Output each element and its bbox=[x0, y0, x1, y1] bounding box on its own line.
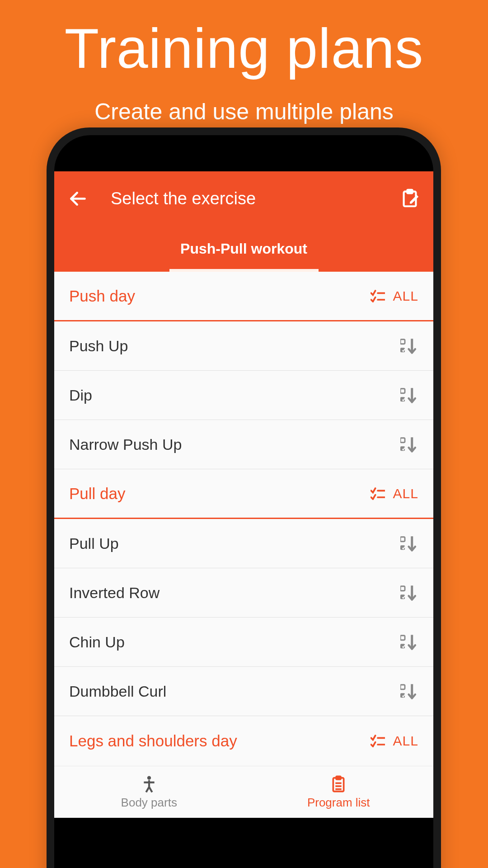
section-title: Pull day bbox=[69, 485, 126, 503]
exercise-row[interactable]: Chin Up bbox=[54, 618, 433, 667]
exercise-name: Inverted Row bbox=[69, 584, 160, 602]
workout-tab-active[interactable]: Push-Pull workout bbox=[180, 241, 307, 257]
reorder-icon[interactable] bbox=[400, 634, 418, 650]
exercise-name: Dumbbell Curl bbox=[69, 683, 166, 700]
clipboard-edit-icon bbox=[399, 188, 420, 209]
section-title: Legs and shoulders day bbox=[69, 732, 237, 750]
promo-subtitle: Create and use multiple plans bbox=[0, 99, 488, 125]
nav-label: Program list bbox=[307, 796, 370, 810]
reorder-icon[interactable] bbox=[400, 535, 418, 552]
phone-frame: Select the exercise Push-Pull workout bbox=[47, 127, 441, 868]
all-button[interactable]: ALL bbox=[393, 288, 418, 304]
promo-title: Training plans bbox=[0, 0, 488, 80]
section-actions: ALL bbox=[371, 288, 418, 304]
arrow-left-icon bbox=[68, 189, 88, 209]
tab-underline bbox=[169, 269, 319, 272]
bottom-nav: Body parts Program list bbox=[54, 766, 433, 818]
all-button[interactable]: ALL bbox=[393, 733, 418, 749]
exercise-name: Narrow Push Up bbox=[69, 436, 182, 453]
section-header-push[interactable]: Push day ALL bbox=[54, 272, 433, 321]
nav-body-parts[interactable]: Body parts bbox=[54, 766, 244, 818]
body-icon bbox=[140, 775, 158, 793]
clipboard-list-icon bbox=[329, 775, 347, 793]
svg-rect-22 bbox=[400, 636, 405, 640]
svg-rect-2 bbox=[407, 190, 413, 193]
exercise-name: Pull Up bbox=[69, 535, 119, 552]
svg-rect-36 bbox=[336, 776, 341, 779]
section-header-pull[interactable]: Pull day ALL bbox=[54, 469, 433, 519]
app-bar: Select the exercise bbox=[54, 171, 433, 226]
back-button[interactable] bbox=[66, 186, 90, 211]
section-actions: ALL bbox=[371, 733, 418, 749]
exercise-row[interactable]: Dip bbox=[54, 371, 433, 420]
exercise-row[interactable]: Narrow Push Up bbox=[54, 420, 433, 469]
svg-line-34 bbox=[149, 787, 152, 792]
exercise-row[interactable]: Pull Up bbox=[54, 519, 433, 568]
exercise-name: Chin Up bbox=[69, 633, 125, 651]
reorder-icon[interactable] bbox=[400, 387, 418, 403]
exercise-row[interactable]: Push Up bbox=[54, 321, 433, 371]
svg-rect-5 bbox=[400, 340, 405, 344]
reorder-icon[interactable] bbox=[400, 338, 418, 354]
exercise-list[interactable]: Push day ALL Push Up bbox=[54, 272, 433, 766]
section-actions: ALL bbox=[371, 486, 418, 501]
svg-rect-19 bbox=[400, 586, 405, 591]
checklist-icon[interactable] bbox=[371, 290, 385, 302]
reorder-icon[interactable] bbox=[400, 585, 418, 601]
svg-rect-8 bbox=[400, 389, 405, 393]
nav-program-list[interactable]: Program list bbox=[244, 766, 434, 818]
edit-clipboard-button[interactable] bbox=[397, 186, 422, 211]
reorder-icon[interactable] bbox=[400, 436, 418, 453]
exercise-name: Push Up bbox=[69, 337, 128, 355]
exercise-row[interactable]: Dumbbell Curl bbox=[54, 667, 433, 716]
workout-tab-bar: Push-Pull workout bbox=[54, 226, 433, 272]
nav-label: Body parts bbox=[121, 796, 177, 810]
all-button[interactable]: ALL bbox=[393, 486, 418, 501]
reorder-icon[interactable] bbox=[400, 683, 418, 699]
section-title: Push day bbox=[69, 287, 135, 305]
svg-point-30 bbox=[147, 776, 151, 779]
section-header-legs[interactable]: Legs and shoulders day ALL bbox=[54, 716, 433, 766]
checklist-icon[interactable] bbox=[371, 487, 385, 500]
svg-rect-25 bbox=[400, 685, 405, 689]
exercise-row[interactable]: Inverted Row bbox=[54, 568, 433, 618]
app-bar-title: Select the exercise bbox=[111, 189, 397, 208]
svg-rect-16 bbox=[400, 537, 405, 542]
checklist-icon[interactable] bbox=[371, 735, 385, 747]
exercise-name: Dip bbox=[69, 387, 92, 404]
svg-rect-11 bbox=[400, 438, 405, 443]
